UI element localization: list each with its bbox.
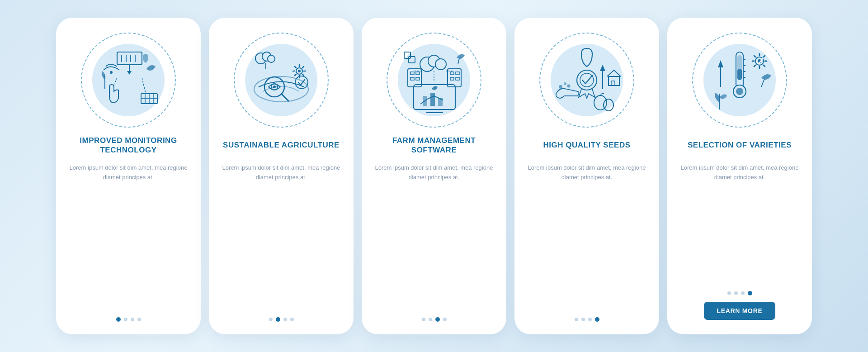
svg-marker-82 xyxy=(718,60,723,67)
svg-rect-59 xyxy=(404,52,410,58)
seeds-icon xyxy=(551,44,623,116)
card-illustration-agriculture xyxy=(231,30,331,130)
svg-line-89 xyxy=(754,56,755,57)
svg-point-70 xyxy=(594,95,607,110)
svg-rect-46 xyxy=(410,72,414,75)
dot-1 xyxy=(575,318,578,321)
cards-container: IMPROVED MONITORING TECHNOLOGY Lorem ips… xyxy=(38,4,830,348)
monitoring-icon xyxy=(92,44,165,116)
card-title-agriculture: SUSTAINABLE AGRICULTURE xyxy=(223,133,340,157)
svg-rect-51 xyxy=(450,72,454,75)
dot-4 xyxy=(290,318,294,321)
dots-seeds xyxy=(575,317,599,323)
card-text-seeds: Lorem ipsum dolor sit dim amet, mea regi… xyxy=(525,163,648,309)
card-illustration-seeds xyxy=(537,30,637,130)
dot-3 xyxy=(131,318,134,321)
svg-line-28 xyxy=(302,74,304,76)
card-text-varieties: Lorem ipsum dolor sit dim amet, mea regi… xyxy=(678,163,801,283)
dot-3 xyxy=(588,318,592,321)
svg-point-34 xyxy=(268,55,275,62)
svg-rect-53 xyxy=(450,77,454,80)
card-title-varieties: SELECTION OF VARIETIES xyxy=(688,133,792,157)
dots-monitoring xyxy=(116,317,141,323)
card-illustration-software xyxy=(384,30,484,130)
svg-line-92 xyxy=(754,65,755,67)
dot-1 xyxy=(116,317,121,322)
dot-4 xyxy=(443,318,447,321)
card-text-agriculture: Lorem ipsum dolor sit dim amet, mea regi… xyxy=(220,163,343,309)
svg-line-30 xyxy=(295,74,296,76)
svg-point-20 xyxy=(273,86,276,88)
svg-rect-47 xyxy=(416,72,420,75)
dot-2 xyxy=(429,318,432,321)
dot-4 xyxy=(748,291,752,295)
svg-point-44 xyxy=(435,59,446,70)
card-agriculture: SUSTAINABLE AGRICULTURE Lorem ipsum dolo… xyxy=(209,18,354,334)
varieties-icon xyxy=(703,44,776,116)
svg-rect-48 xyxy=(410,77,414,80)
card-text-software: Lorem ipsum dolor sit dim amet, mea regi… xyxy=(373,163,495,309)
dots-varieties xyxy=(727,291,752,297)
dot-1 xyxy=(422,318,425,321)
svg-line-14 xyxy=(114,78,117,85)
svg-point-69 xyxy=(567,85,571,88)
dot-2 xyxy=(581,318,585,321)
svg-rect-60 xyxy=(409,57,415,63)
svg-rect-74 xyxy=(737,69,742,80)
dot-3 xyxy=(435,317,440,322)
card-illustration-monitoring xyxy=(79,30,178,130)
card-illustration-varieties xyxy=(690,30,789,130)
svg-point-68 xyxy=(564,82,566,85)
svg-marker-13 xyxy=(127,71,132,75)
svg-line-15 xyxy=(142,78,146,93)
svg-rect-40 xyxy=(430,93,435,106)
svg-point-22 xyxy=(298,70,301,72)
card-title-software: FARM MANAGEMENT SOFTWARE xyxy=(373,133,495,157)
svg-point-5 xyxy=(110,71,113,74)
agriculture-icon xyxy=(245,44,317,116)
dot-1 xyxy=(269,318,273,321)
svg-line-91 xyxy=(764,56,765,57)
svg-point-76 xyxy=(736,88,743,95)
learn-more-button[interactable]: LEARN MORE xyxy=(704,302,775,320)
svg-line-90 xyxy=(764,65,765,67)
svg-marker-64 xyxy=(600,65,605,71)
svg-line-58 xyxy=(458,58,459,64)
svg-point-67 xyxy=(559,85,562,89)
svg-line-29 xyxy=(302,67,304,68)
svg-rect-0 xyxy=(117,52,142,65)
dot-1 xyxy=(727,291,731,295)
dot-2 xyxy=(734,291,738,295)
dot-4 xyxy=(595,317,599,322)
card-varieties: SELECTION OF VARIETIES Lorem ipsum dolor… xyxy=(667,18,812,334)
card-software: FARM MANAGEMENT SOFTWARE Lorem ipsum dol… xyxy=(362,18,506,334)
dot-2 xyxy=(124,318,127,321)
software-icon xyxy=(398,44,470,116)
svg-line-27 xyxy=(295,67,296,68)
dots-software xyxy=(422,317,447,323)
card-monitoring: IMPROVED MONITORING TECHNOLOGY Lorem ips… xyxy=(56,18,201,334)
svg-rect-54 xyxy=(456,77,459,80)
dot-3 xyxy=(741,291,745,295)
svg-rect-52 xyxy=(456,72,459,75)
card-seeds: HIGH QUALITY SEEDS Lorem ipsum dolor sit… xyxy=(514,18,659,334)
svg-line-94 xyxy=(761,79,764,87)
card-text-monitoring: Lorem ipsum dolor sit dim amet, mea regi… xyxy=(67,163,190,309)
svg-rect-66 xyxy=(611,81,615,86)
svg-rect-49 xyxy=(416,77,420,80)
card-title-seeds: HIGH QUALITY SEEDS xyxy=(543,133,630,157)
dots-agriculture xyxy=(269,317,294,323)
svg-point-71 xyxy=(604,99,613,111)
card-title-monitoring: IMPROVED MONITORING TECHNOLOGY xyxy=(67,133,190,157)
dot-3 xyxy=(283,318,287,321)
dot-2 xyxy=(276,317,280,322)
dot-4 xyxy=(137,318,141,321)
